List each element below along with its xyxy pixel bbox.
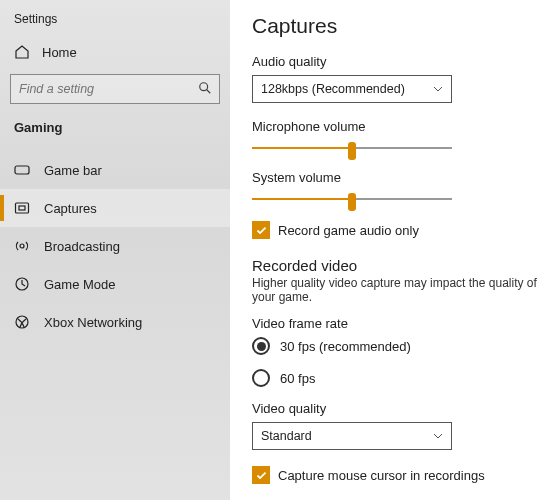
svg-rect-3 xyxy=(16,203,29,213)
capture-cursor-checkbox[interactable] xyxy=(252,466,270,484)
game-bar-icon xyxy=(14,162,30,178)
chevron-down-icon xyxy=(433,84,443,94)
slider-thumb[interactable] xyxy=(348,193,356,211)
chevron-down-icon xyxy=(433,431,443,441)
frame-rate-30-option[interactable]: 30 fps (recommended) xyxy=(252,337,542,355)
app-title: Settings xyxy=(0,8,230,36)
sidebar: Settings Home Gaming Game bar Captures xyxy=(0,0,230,500)
mic-volume-slider[interactable] xyxy=(252,140,452,156)
audio-quality-select[interactable]: 128kbps (Recommended) xyxy=(252,75,452,103)
page-title: Captures xyxy=(252,14,542,38)
xbox-icon xyxy=(14,314,30,330)
main-content: Captures Audio quality 128kbps (Recommen… xyxy=(230,0,550,500)
home-icon xyxy=(14,44,30,60)
search-input[interactable] xyxy=(10,74,220,104)
record-audio-only-checkbox[interactable] xyxy=(252,221,270,239)
sidebar-item-game-mode[interactable]: Game Mode xyxy=(0,265,230,303)
recorded-video-heading: Recorded video xyxy=(252,257,542,274)
frame-rate-label: Video frame rate xyxy=(252,316,542,331)
game-mode-icon xyxy=(14,276,30,292)
audio-quality-value: 128kbps (Recommended) xyxy=(261,82,405,96)
video-quality-value: Standard xyxy=(261,429,312,443)
record-audio-only-row[interactable]: Record game audio only xyxy=(252,221,542,239)
capture-cursor-label: Capture mouse cursor in recordings xyxy=(278,468,485,483)
radio-button[interactable] xyxy=(252,337,270,355)
sidebar-item-captures[interactable]: Captures xyxy=(0,189,230,227)
radio-label: 30 fps (recommended) xyxy=(280,339,411,354)
slider-fill xyxy=(252,147,352,149)
frame-rate-60-option[interactable]: 60 fps xyxy=(252,369,542,387)
system-volume-slider[interactable] xyxy=(252,191,452,207)
audio-quality-label: Audio quality xyxy=(252,54,542,69)
sidebar-item-game-bar[interactable]: Game bar xyxy=(0,151,230,189)
sidebar-item-label: Xbox Networking xyxy=(44,315,142,330)
search-field[interactable] xyxy=(10,74,220,104)
svg-line-1 xyxy=(207,90,211,94)
record-audio-only-label: Record game audio only xyxy=(278,223,419,238)
video-quality-select[interactable]: Standard xyxy=(252,422,452,450)
sidebar-item-broadcasting[interactable]: Broadcasting xyxy=(0,227,230,265)
sidebar-item-label: Game Mode xyxy=(44,277,116,292)
home-button[interactable]: Home xyxy=(0,36,230,68)
system-volume-label: System volume xyxy=(252,170,542,185)
radio-button[interactable] xyxy=(252,369,270,387)
captures-icon xyxy=(14,200,30,216)
sidebar-item-label: Broadcasting xyxy=(44,239,120,254)
slider-thumb[interactable] xyxy=(348,142,356,160)
radio-label: 60 fps xyxy=(280,371,315,386)
broadcasting-icon xyxy=(14,238,30,254)
home-label: Home xyxy=(42,45,77,60)
search-icon xyxy=(198,81,212,95)
nav-list: Game bar Captures Broadcasting Game Mode… xyxy=(0,151,230,341)
slider-fill xyxy=(252,198,352,200)
sidebar-item-label: Captures xyxy=(44,201,97,216)
recorded-video-desc: Higher quality video capture may impact … xyxy=(252,276,542,304)
svg-rect-4 xyxy=(19,206,25,210)
section-heading: Gaming xyxy=(0,114,230,143)
mic-volume-label: Microphone volume xyxy=(252,119,542,134)
svg-point-0 xyxy=(200,83,208,91)
sidebar-item-xbox-networking[interactable]: Xbox Networking xyxy=(0,303,230,341)
video-quality-label: Video quality xyxy=(252,401,542,416)
capture-cursor-row[interactable]: Capture mouse cursor in recordings xyxy=(252,466,542,484)
sidebar-item-label: Game bar xyxy=(44,163,102,178)
svg-point-5 xyxy=(20,244,24,248)
svg-rect-2 xyxy=(15,166,29,174)
